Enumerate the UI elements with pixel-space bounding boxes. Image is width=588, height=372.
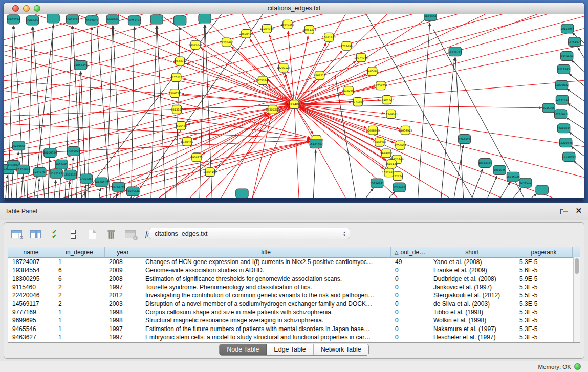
- table-cell: 2008: [105, 258, 141, 266]
- table-cell: Estimation of the future numbers of pati…: [141, 325, 391, 333]
- table-cell: 5.3E-5: [515, 334, 573, 341]
- teal-node[interactable]: [199, 14, 211, 23]
- window-controls: [12, 5, 40, 12]
- delete-column-button[interactable]: [103, 227, 119, 242]
- table-cell: 0: [391, 334, 429, 341]
- node-label: 20633717: [173, 60, 187, 63]
- table-toolbar: ⚙ ✔✔: [8, 225, 157, 244]
- float-panel-icon[interactable]: [560, 207, 568, 214]
- table-cell: 1997: [105, 283, 141, 291]
- table-row[interactable]: 969969511998Structural magnetic resonanc…: [8, 316, 580, 324]
- table-cell: 1: [54, 258, 105, 266]
- table-tabs: Node TableEdge TableNetwork Table: [4, 344, 584, 356]
- column-header-pagerank[interactable]: pagerank: [515, 247, 573, 257]
- teal-node[interactable]: [174, 16, 186, 25]
- table-row[interactable]: 1872400712008Changes of HCN gene express…: [8, 258, 580, 266]
- table-selector-dropdown[interactable]: citations_edges.txt ▲ ▼: [149, 228, 350, 239]
- node-label: 9568211: [314, 74, 325, 77]
- table-cell: 9777169: [8, 309, 54, 316]
- column-header-title[interactable]: title: [141, 247, 391, 257]
- node-label: 16649257: [281, 23, 295, 26]
- node-label: 10653287: [66, 18, 79, 21]
- columns-icon: [30, 230, 41, 238]
- dropdown-stepper-icon: ▲ ▼: [339, 231, 350, 237]
- show-columns-button[interactable]: [27, 227, 43, 242]
- table-cell: 9465546: [8, 325, 54, 333]
- node-label: 1733426: [393, 186, 405, 189]
- node-label: 18913334: [478, 161, 492, 164]
- window-titlebar[interactable]: citations_edges.txt: [4, 3, 584, 14]
- close-panel-icon[interactable]: ✕: [575, 207, 582, 214]
- table-row[interactable]: 911546021997Tourette syndrome. Phenomeno…: [8, 283, 580, 291]
- node-label: 252254: [393, 174, 403, 178]
- table-cell: 1998: [105, 317, 141, 324]
- node-label: 22608429: [239, 32, 253, 35]
- scrollbar-thumb[interactable]: [575, 258, 579, 274]
- network-window[interactable]: citations_edges.txt 18724007183002951558…: [4, 3, 584, 201]
- node-label: 2306717: [169, 92, 181, 95]
- table-cell: 6: [54, 267, 105, 274]
- node-label: 16354199: [203, 170, 217, 173]
- table-settings-icon: ⚙: [11, 230, 22, 238]
- table-panel-title: Table Panel: [5, 208, 37, 215]
- deselect-all-button[interactable]: [65, 227, 81, 242]
- column-header-in_degree[interactable]: in_degree: [54, 247, 105, 257]
- network-canvas[interactable]: 1872400718300295155845541068880918807293…: [4, 14, 584, 198]
- table-cell: de Silva et al. (2003): [429, 300, 515, 308]
- node-label: 21053346: [74, 63, 88, 67]
- tab-network-table[interactable]: Network Table: [314, 344, 368, 355]
- tab-node-table[interactable]: Node Table: [220, 344, 267, 355]
- node-label: 9158441: [181, 140, 193, 143]
- node-label: 15751074: [568, 40, 581, 43]
- close-window-button[interactable]: [12, 5, 19, 12]
- select-all-button[interactable]: ✔✔: [46, 227, 62, 242]
- table-row[interactable]: 2242004622012Investigating the contribut…: [8, 291, 580, 299]
- teal-node[interactable]: [150, 15, 163, 24]
- node-label: 7936175: [190, 156, 202, 159]
- table-cell: 5.3E-5: [515, 258, 573, 266]
- node-label: 1145197: [50, 172, 62, 175]
- column-header-year[interactable]: year: [105, 247, 141, 257]
- table-cell: Genome-wide association studies in ADHD.: [141, 267, 391, 274]
- node-label: 11254049: [260, 27, 274, 30]
- delete-table-icon: ×: [125, 230, 136, 238]
- column-header-short[interactable]: short: [429, 247, 515, 257]
- column-header-name[interactable]: name: [8, 247, 54, 257]
- table-cell: Franke et al. (2009): [429, 267, 515, 274]
- node-label: 9245012: [519, 181, 531, 184]
- node-label: 8813054: [424, 15, 437, 18]
- teal-node[interactable]: [536, 185, 548, 194]
- node-label: 4275127: [170, 76, 182, 79]
- node-label: 15692931: [557, 127, 571, 130]
- node-label: 16210643: [554, 113, 568, 116]
- table-row[interactable]: 946362711997Embryonic stem cells: a mode…: [8, 333, 580, 341]
- table-cell: 2: [54, 283, 105, 291]
- table-row[interactable]: 946554611997Estimation of the future num…: [8, 324, 580, 333]
- table-row[interactable]: 977716911998Corpus callosum shape and si…: [8, 308, 580, 316]
- teal-node[interactable]: [236, 189, 248, 198]
- node-label: 18807293: [373, 141, 386, 144]
- table-cell: 5.3E-5: [515, 325, 573, 333]
- table-scrollbar[interactable]: [573, 257, 580, 342]
- node-label: 8215955: [543, 106, 555, 110]
- table-row[interactable]: 1830029562008Estimation of significance …: [8, 275, 580, 283]
- table-row[interactable]: 1456911722003Disruption of a novel membe…: [8, 299, 580, 308]
- table-cell: 0: [391, 275, 429, 282]
- minimize-window-button[interactable]: [23, 5, 30, 12]
- node-label: 16782759: [112, 185, 125, 188]
- tab-edge-table[interactable]: Edge Table: [267, 344, 313, 355]
- delete-table-button[interactable]: ×: [122, 227, 138, 242]
- table-cell: 2012: [105, 292, 141, 299]
- node-label: 9227343: [558, 68, 570, 71]
- column-header-out_de[interactable]: △out_de…: [391, 247, 429, 257]
- new-column-button[interactable]: [84, 227, 100, 242]
- table-cell: 5.3E-5: [515, 300, 573, 308]
- node-label: 9813107: [171, 108, 183, 111]
- teal-node[interactable]: [47, 14, 59, 23]
- table-cell: 22420046: [8, 292, 54, 299]
- zoom-window-button[interactable]: [34, 5, 40, 12]
- node-label: 12444415: [555, 98, 569, 101]
- table-row[interactable]: 1938455462009Genome-wide association stu…: [8, 266, 580, 274]
- table-settings-button[interactable]: ⚙: [8, 227, 25, 242]
- table-cell: 0: [391, 283, 429, 291]
